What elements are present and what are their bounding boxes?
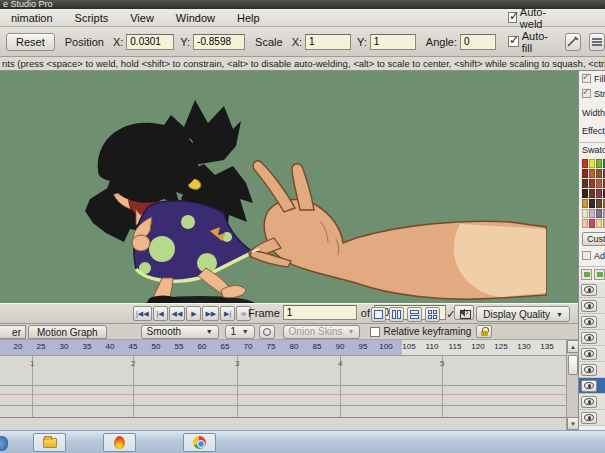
timeline-tracks[interactable]: 12345 (0, 356, 566, 430)
color-swatch[interactable] (589, 179, 595, 188)
color-swatch[interactable] (589, 209, 595, 218)
layer-visibility-button[interactable] (581, 300, 597, 312)
layer-row[interactable] (579, 394, 605, 410)
position-x-input[interactable] (126, 34, 174, 50)
taskbar-explorer-button[interactable] (33, 433, 66, 452)
auto-weld-checkbox[interactable]: ✓ (508, 12, 517, 23)
color-swatch[interactable] (596, 189, 602, 198)
color-swatch[interactable] (589, 219, 595, 228)
color-palette[interactable] (582, 159, 605, 229)
layer-row[interactable] (579, 362, 605, 378)
color-swatch[interactable] (596, 219, 602, 228)
go-to-start-button[interactable]: |◀◀ (133, 306, 152, 321)
layer-row[interactable] (579, 378, 605, 394)
timeline-ruler[interactable]: 2025303540455055606570758085909510010511… (0, 340, 566, 356)
layer-visibility-button[interactable] (581, 348, 597, 360)
taskbar-chrome-button[interactable] (183, 433, 216, 452)
layer-row[interactable] (579, 410, 605, 426)
layer-visibility-button[interactable] (581, 332, 597, 344)
color-swatch[interactable] (596, 199, 602, 208)
color-swatch[interactable] (582, 189, 588, 198)
point-list-button[interactable] (589, 33, 605, 51)
color-swatch[interactable] (596, 179, 602, 188)
color-swatch[interactable] (582, 219, 588, 228)
rewind-button[interactable]: ◀◀ (169, 306, 186, 321)
onion-skins-dropdown[interactable]: Onion Skins ▼ (283, 325, 361, 339)
custom-swatch-button[interactable]: Custom (582, 232, 605, 246)
color-swatch[interactable] (589, 159, 595, 168)
layer-row[interactable] (579, 314, 605, 330)
frame-input[interactable] (283, 305, 357, 320)
layer-visibility-button[interactable] (581, 396, 597, 408)
layer-row[interactable] (579, 330, 605, 346)
checkbox-auto-weld[interactable]: ✓Auto-weld (508, 6, 557, 30)
color-swatch[interactable] (589, 189, 595, 198)
color-swatch[interactable] (596, 159, 602, 168)
layer-visibility-button[interactable] (581, 412, 597, 424)
view-split-vertical-button[interactable] (389, 307, 404, 322)
cycle-button[interactable] (259, 325, 275, 339)
color-swatch[interactable] (589, 199, 595, 208)
start-button[interactable] (0, 436, 8, 451)
taskbar-anime-studio-button[interactable] (103, 433, 136, 452)
menu-item-window[interactable]: Window (165, 10, 226, 26)
menu-item-scripts[interactable]: Scripts (64, 10, 120, 26)
interpolation-dropdown[interactable]: Smooth ▼ (141, 325, 219, 339)
new-folder-icon[interactable] (594, 269, 605, 280)
menu-item-help[interactable]: Help (226, 10, 271, 26)
layer-visibility-button[interactable] (581, 284, 597, 296)
advanced-checkbox[interactable] (582, 251, 591, 260)
scroll-down-button[interactable]: ▼ (567, 417, 579, 430)
reset-button[interactable]: Reset (6, 33, 55, 51)
display-quality-button[interactable]: Display Quality ▼ (476, 306, 570, 322)
auto-fill-checkbox[interactable]: ✓ (508, 36, 519, 47)
layer-row[interactable] (579, 282, 605, 298)
position-y-input[interactable] (193, 34, 245, 50)
layer-row[interactable] (579, 346, 605, 362)
color-swatch[interactable] (582, 179, 588, 188)
advanced-checkbox-row[interactable]: Advanced (579, 248, 605, 263)
tab-sequencer[interactable]: er (0, 325, 26, 339)
view-single-button[interactable] (371, 307, 386, 322)
color-swatch[interactable] (596, 209, 602, 218)
color-swatch[interactable] (582, 159, 588, 168)
layer-visibility-button[interactable] (581, 380, 597, 392)
tab-motion-graph[interactable]: Motion Graph (28, 325, 107, 339)
stroke-checkbox[interactable]: ✓ (582, 89, 591, 98)
relative-keyframing-checkbox-row[interactable]: Relative keyframing (370, 326, 471, 337)
view-split-horizontal-button[interactable] (407, 307, 422, 322)
color-swatch[interactable] (589, 169, 595, 178)
angle-input[interactable] (460, 34, 496, 50)
step-back-button[interactable]: |◀ (153, 306, 168, 321)
color-swatch[interactable] (582, 169, 588, 178)
stroke-checkbox-row[interactable]: ✓ Stroke (579, 86, 605, 101)
color-swatch[interactable] (582, 209, 588, 218)
new-layer-icon[interactable] (581, 269, 592, 280)
fill-checkbox-row[interactable]: ✓ Fill (579, 71, 605, 86)
enable-check-icon[interactable]: ✓ (446, 308, 455, 321)
layer-visibility-button[interactable] (581, 364, 597, 376)
stereo-rect-icon[interactable] (460, 310, 471, 319)
scale-y-input[interactable] (370, 34, 416, 50)
point-binding-button[interactable] (565, 33, 581, 51)
play-button[interactable]: ▶ (186, 306, 201, 321)
menu-item-view[interactable]: View (119, 10, 165, 26)
layer-row[interactable] (579, 298, 605, 314)
menu-item-nimation[interactable]: nimation (0, 10, 64, 26)
document-canvas[interactable] (0, 71, 578, 303)
fast-forward-button[interactable]: ▶▶ (202, 306, 219, 321)
channel-count-dropdown[interactable]: 1 ▼ (225, 325, 255, 339)
go-to-end-button[interactable]: ▶| (220, 306, 235, 321)
fill-checkbox[interactable]: ✓ (582, 74, 591, 83)
color-swatch[interactable] (582, 199, 588, 208)
color-swatch[interactable] (596, 169, 602, 178)
scale-x-input[interactable] (305, 34, 351, 50)
relative-keyframing-checkbox[interactable] (370, 327, 380, 337)
lock-button[interactable] (476, 325, 492, 338)
layer-visibility-button[interactable] (581, 316, 597, 328)
view-quad-button[interactable] (425, 307, 440, 322)
checkbox-auto-fill[interactable]: ✓Auto-fill (508, 30, 557, 54)
scrollbar-thumb[interactable] (568, 355, 578, 375)
scroll-up-button[interactable]: ▲ (567, 340, 579, 353)
timeline-scrollbar[interactable]: ▲ ▼ (566, 340, 578, 430)
